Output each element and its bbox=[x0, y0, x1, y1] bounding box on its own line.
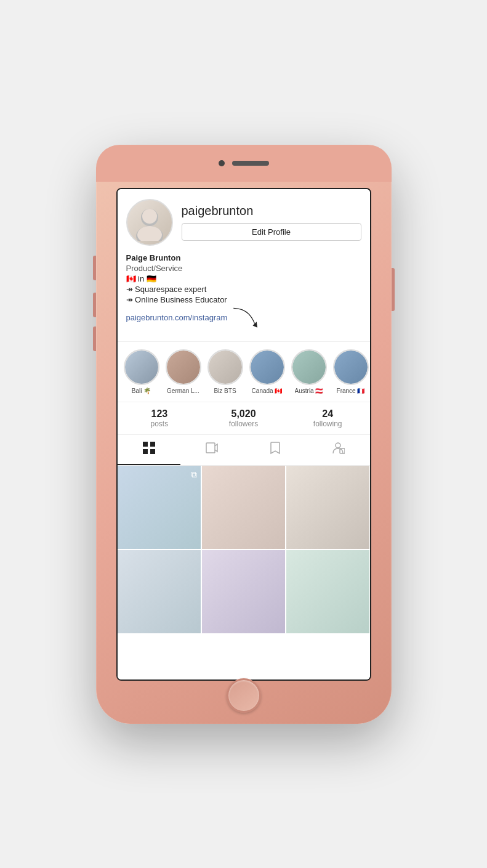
svg-marker-4 bbox=[253, 322, 258, 327]
camera-dot bbox=[219, 160, 225, 166]
svg-point-2 bbox=[142, 209, 157, 224]
profile-name-area: paigebrunton Edit Profile bbox=[182, 204, 361, 241]
bookmark-icon bbox=[268, 441, 282, 458]
bio-name: Paige Brunton bbox=[126, 253, 361, 262]
grid-icon bbox=[142, 441, 156, 458]
tab-video[interactable] bbox=[180, 435, 244, 465]
multi-image-icon: ⧉ bbox=[191, 469, 197, 480]
followers-label: followers bbox=[229, 420, 258, 428]
story-item[interactable]: Bali 🌴 bbox=[124, 349, 159, 394]
stats-row: 123 posts 5,020 followers 24 following bbox=[118, 402, 370, 435]
story-label: France 🇫🇷 bbox=[337, 387, 365, 394]
story-label: Biz BTS bbox=[214, 387, 236, 394]
story-item[interactable]: Canada 🇨🇦 bbox=[249, 349, 285, 394]
tab-tagged[interactable] bbox=[307, 435, 370, 465]
story-label: Canada 🇨🇦 bbox=[252, 387, 283, 394]
grid-photo-2[interactable] bbox=[202, 466, 285, 549]
grid-photo-4[interactable] bbox=[118, 550, 201, 633]
svg-rect-7 bbox=[143, 449, 148, 454]
grid-photo-5[interactable] bbox=[202, 550, 285, 633]
followers-count: 5,020 bbox=[231, 408, 256, 420]
video-icon bbox=[205, 441, 219, 458]
tab-bar bbox=[118, 435, 370, 466]
stories-row: Bali 🌴 German L... Biz BTS Canada 🇨🇦 Aus… bbox=[118, 342, 370, 402]
bio-line-2: ↠ Online Business Educator bbox=[126, 295, 361, 304]
profile-header: paigebrunton Edit Profile Paige Brunton … bbox=[118, 189, 370, 342]
following-count: 24 bbox=[322, 408, 333, 420]
story-item[interactable]: Austria 🇦🇹 bbox=[291, 349, 327, 394]
tab-saved[interactable] bbox=[244, 435, 307, 465]
phone-top-bar bbox=[96, 145, 392, 182]
edit-profile-button[interactable]: Edit Profile bbox=[182, 223, 361, 241]
posts-count: 123 bbox=[151, 408, 167, 420]
bio-section: Paige Brunton Product/Service 🇨🇦 in 🇩🇪 ↠… bbox=[126, 253, 361, 335]
profile-top-row: paigebrunton Edit Profile bbox=[126, 199, 361, 246]
bio-link[interactable]: paigebrunton.com/instagram bbox=[126, 313, 228, 322]
story-item[interactable]: France 🇫🇷 bbox=[333, 349, 369, 394]
story-label: German L... bbox=[167, 387, 199, 394]
volume-up-button bbox=[93, 293, 96, 317]
stat-followers[interactable]: 5,020 followers bbox=[201, 408, 286, 428]
phone-screen: paigebrunton Edit Profile Paige Brunton … bbox=[116, 188, 371, 681]
svg-point-10 bbox=[336, 443, 340, 448]
svg-rect-5 bbox=[143, 442, 148, 447]
story-item[interactable]: German L... bbox=[166, 349, 201, 394]
story-label: Austria 🇦🇹 bbox=[295, 387, 323, 394]
bio-category: Product/Service bbox=[126, 264, 361, 273]
svg-point-3 bbox=[137, 226, 162, 241]
following-label: following bbox=[313, 420, 342, 428]
story-item[interactable]: Biz BTS bbox=[207, 349, 243, 394]
volume-down-button bbox=[93, 327, 96, 351]
speaker-bar bbox=[232, 161, 269, 166]
bio-location: 🇨🇦 in 🇩🇪 bbox=[126, 274, 361, 283]
photo-grid: ⧉ bbox=[118, 466, 370, 634]
username: paigebrunton bbox=[182, 204, 361, 218]
stat-posts: 123 posts bbox=[118, 408, 202, 428]
arrow-annotation bbox=[230, 306, 260, 330]
phone-shell: paigebrunton Edit Profile Paige Brunton … bbox=[96, 145, 392, 724]
avatar bbox=[126, 199, 173, 246]
posts-label: posts bbox=[150, 420, 168, 428]
svg-rect-6 bbox=[150, 442, 155, 447]
svg-rect-8 bbox=[150, 449, 155, 454]
instagram-screen: paigebrunton Edit Profile Paige Brunton … bbox=[118, 189, 370, 679]
tab-grid[interactable] bbox=[118, 435, 181, 465]
bio-line-1: ↠ Squarespace expert bbox=[126, 285, 361, 294]
svg-rect-9 bbox=[206, 443, 215, 453]
grid-photo-1[interactable]: ⧉ bbox=[118, 466, 201, 549]
person-tag-icon bbox=[331, 441, 345, 458]
stat-following[interactable]: 24 following bbox=[286, 408, 370, 428]
grid-photo-6[interactable] bbox=[286, 550, 369, 633]
story-label: Bali 🌴 bbox=[132, 387, 151, 394]
home-button[interactable] bbox=[227, 678, 261, 713]
grid-photo-3[interactable] bbox=[286, 466, 369, 549]
